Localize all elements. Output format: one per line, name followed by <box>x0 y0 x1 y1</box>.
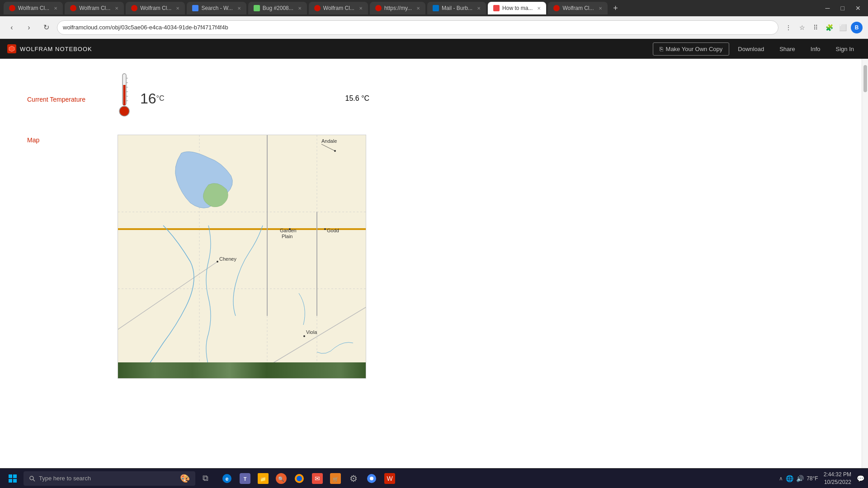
tab-close-5[interactable]: ✕ <box>298 6 302 11</box>
tab-close-3[interactable]: ✕ <box>176 6 179 11</box>
info-label: Info <box>811 46 821 52</box>
tab-8[interactable]: Mail - Burb... ✕ <box>427 2 486 14</box>
share-label: Share <box>779 46 795 52</box>
tab-4[interactable]: Search - W... ✕ <box>187 2 246 14</box>
profile-split-icon[interactable]: ⬜ <box>837 22 848 33</box>
notification-icon[interactable]: 💬 <box>857 475 864 482</box>
tab-favicon-2 <box>70 5 76 11</box>
taskbar-app-mail[interactable]: ✉ <box>309 470 326 487</box>
network-icon[interactable]: 🌐 <box>786 475 793 482</box>
svg-text:✉: ✉ <box>315 475 320 482</box>
taskbar-app-teams[interactable]: T <box>237 470 253 487</box>
taskbar-app-edge[interactable]: e <box>219 470 235 487</box>
tab-favicon-5 <box>254 5 260 11</box>
tab-label-1: Wolfram Cl... <box>18 5 49 11</box>
svg-text:📁: 📁 <box>260 476 266 482</box>
svg-point-53 <box>370 477 373 480</box>
taskbar-app-wolfram[interactable]: W <box>382 470 398 487</box>
refresh-button[interactable]: ↻ <box>40 21 52 34</box>
taskbar-search-bar[interactable]: Type here to search 🎨 <box>24 471 195 486</box>
tab-close-6[interactable]: ✕ <box>359 6 363 11</box>
taskbar-app-store[interactable]: 🛒 <box>327 470 344 487</box>
task-view-button[interactable]: ⧉ <box>197 470 213 487</box>
url-bar[interactable]: wolframcloud.com/obj/03c5ae06-e4ca-4034-… <box>57 20 778 35</box>
taskbar-app-firefox[interactable] <box>291 470 307 487</box>
scrollbar[interactable] <box>862 59 868 468</box>
tab-close-1[interactable]: ✕ <box>54 6 57 11</box>
extensions-puzzle-icon[interactable]: 🧩 <box>824 22 835 33</box>
chevron-up-icon[interactable]: ∧ <box>779 475 783 482</box>
download-button[interactable]: Download <box>731 42 771 56</box>
signin-button[interactable]: Sign In <box>829 42 861 56</box>
forward-button[interactable]: › <box>23 21 35 34</box>
svg-rect-32 <box>9 474 12 478</box>
speaker-icon[interactable]: 🔊 <box>796 475 804 482</box>
profile-avatar[interactable]: B <box>851 22 863 33</box>
tab-9[interactable]: How to ma... ✕ <box>488 2 546 14</box>
bookmark-icon[interactable]: ☆ <box>797 22 807 33</box>
new-tab-button[interactable]: + <box>609 2 622 14</box>
clock-time: 2:44:32 PM <box>824 471 851 479</box>
maximize-button[interactable]: □ <box>837 4 848 13</box>
svg-text:Cheney: Cheney <box>219 256 236 262</box>
tab-6[interactable]: Wolfram Cl... ✕ <box>309 2 368 14</box>
close-button[interactable]: ✕ <box>852 4 864 13</box>
tab-close-10[interactable]: ✕ <box>599 6 602 11</box>
tab-label-7: https://my... <box>384 5 412 11</box>
info-button[interactable]: Info <box>804 42 827 56</box>
share-button[interactable]: Share <box>773 42 802 56</box>
tab-favicon-1 <box>9 5 15 11</box>
svg-marker-0 <box>9 46 14 52</box>
browser-frame: Wolfram Cl... ✕ Wolfram Cl... ✕ Wolfram … <box>0 0 868 488</box>
map-container[interactable]: Andale Garden Plain Godd Cheney Viola <box>118 135 366 379</box>
tab-label-5: Bug #2008... <box>263 5 293 11</box>
svg-line-21 <box>321 144 335 151</box>
taskbar-app-steam[interactable]: ⚙ <box>345 470 362 487</box>
tab-close-4[interactable]: ✕ <box>237 6 241 11</box>
taskbar-time[interactable]: 2:44:32 PM 10/25/2022 <box>824 471 851 486</box>
scroll-thumb[interactable] <box>863 65 867 92</box>
tab-close-2[interactable]: ✕ <box>115 6 118 11</box>
make-copy-button[interactable]: ⎘ Make Your Own Copy <box>653 42 730 56</box>
extensions-icon[interactable]: ⋮ <box>783 22 794 33</box>
satellite-strip <box>118 362 366 378</box>
tab-5[interactable]: Bug #2008... ✕ <box>248 2 307 14</box>
temp-display: 16°C <box>118 71 165 126</box>
taskbar-app-chrome[interactable] <box>363 470 380 487</box>
svg-rect-2 <box>123 85 126 105</box>
taskbar-app-file[interactable]: 📁 <box>255 470 271 487</box>
address-bar: ‹ › ↻ wolframcloud.com/obj/03c5ae06-e4ca… <box>0 16 868 39</box>
svg-point-27 <box>324 228 326 230</box>
copy-icon: ⎘ <box>660 46 663 52</box>
start-button[interactable] <box>4 470 22 487</box>
taskbar-app-search[interactable]: 🔍 <box>273 470 289 487</box>
tab-favicon-7 <box>375 5 382 11</box>
taskbar-search-text: Type here to search <box>39 475 91 482</box>
tab-7[interactable]: https://my... ✕ <box>370 2 425 14</box>
tab-close-7[interactable]: ✕ <box>416 6 420 11</box>
apps-icon[interactable]: ⠿ <box>810 22 821 33</box>
svg-line-37 <box>33 479 35 481</box>
back-button[interactable]: ‹ <box>5 21 18 34</box>
tab-label-10: Wolfram Cl... <box>562 5 594 11</box>
svg-text:🔍: 🔍 <box>278 476 284 482</box>
tab-label-8: Mail - Burb... <box>442 5 472 11</box>
temperature-section: Current Temperature <box>27 71 835 126</box>
make-copy-label: Make Your Own Copy <box>666 46 723 52</box>
tab-3[interactable]: Wolfram Cl... ✕ <box>126 2 185 14</box>
tab-close-8[interactable]: ✕ <box>477 6 481 11</box>
taskbar-apps: e T 📁 🔍 ✉ 🛒 ⚙ <box>219 470 398 487</box>
signin-label: Sign In <box>836 46 854 52</box>
minimize-button[interactable]: ─ <box>822 4 834 13</box>
tab-1[interactable]: Wolfram Cl... ✕ <box>4 2 63 14</box>
svg-text:Godd: Godd <box>327 228 339 233</box>
tab-label-4: Search - W... <box>201 5 232 11</box>
tab-favicon-6 <box>314 5 321 11</box>
main-content: Current Temperature <box>0 59 868 468</box>
tab-close-9[interactable]: ✕ <box>537 6 541 11</box>
tab-2[interactable]: Wolfram Cl... ✕ <box>65 2 124 14</box>
temp-number: 16 <box>140 90 156 107</box>
svg-text:e: e <box>226 476 229 482</box>
tab-10[interactable]: Wolfram Cl... ✕ <box>548 2 607 14</box>
svg-point-3 <box>119 106 129 116</box>
